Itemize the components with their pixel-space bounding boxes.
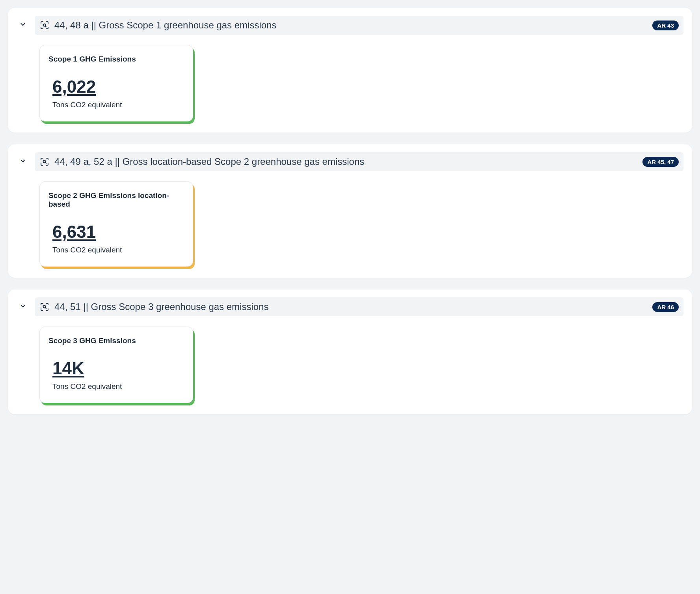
section-title: 44, 51 || Gross Scope 3 greenhouse gas e…	[54, 301, 648, 312]
chevron-down-icon	[19, 21, 26, 30]
emissions-section: 44, 49 a, 52 a || Gross location-based S…	[8, 144, 692, 278]
scan-search-icon	[39, 157, 50, 167]
card-row: Scope 2 GHG Emissions location-based 6,6…	[17, 171, 683, 267]
metric-value[interactable]: 6,631	[52, 222, 184, 242]
scan-search-icon	[39, 20, 50, 30]
metric-unit: Tons CO2 equivalent	[52, 382, 184, 391]
metric-card[interactable]: Scope 2 GHG Emissions location-based 6,6…	[39, 181, 193, 267]
reference-badge: AR 43	[652, 21, 679, 30]
section-title-bar: 44, 51 || Gross Scope 3 greenhouse gas e…	[35, 297, 683, 316]
section-title-bar: 44, 48 a || Gross Scope 1 greenhouse gas…	[35, 16, 683, 35]
metric-title: Scope 2 GHG Emissions location-based	[48, 191, 184, 209]
metric-card[interactable]: Scope 3 GHG Emissions 14K Tons CO2 equiv…	[39, 327, 193, 403]
emissions-section: 44, 51 || Gross Scope 3 greenhouse gas e…	[8, 290, 692, 414]
metric-title: Scope 1 GHG Emissions	[48, 55, 184, 64]
card-row: Scope 1 GHG Emissions 6,022 Tons CO2 equ…	[17, 35, 683, 121]
chevron-down-icon	[19, 303, 26, 311]
reference-badge: AR 45, 47	[642, 157, 679, 167]
metric-unit: Tons CO2 equivalent	[52, 246, 184, 254]
metric-value[interactable]: 6,022	[52, 77, 184, 97]
expand-toggle[interactable]	[17, 155, 29, 168]
section-title: 44, 48 a || Gross Scope 1 greenhouse gas…	[54, 20, 648, 31]
expand-toggle[interactable]	[17, 19, 29, 32]
card-row: Scope 3 GHG Emissions 14K Tons CO2 equiv…	[17, 316, 683, 403]
section-title: 44, 49 a, 52 a || Gross location-based S…	[54, 156, 638, 167]
metric-title: Scope 3 GHG Emissions	[48, 336, 184, 345]
scan-search-icon	[39, 302, 50, 312]
metric-value[interactable]: 14K	[52, 359, 184, 378]
section-header: 44, 51 || Gross Scope 3 greenhouse gas e…	[17, 297, 683, 316]
emissions-section: 44, 48 a || Gross Scope 1 greenhouse gas…	[8, 8, 692, 133]
section-header: 44, 49 a, 52 a || Gross location-based S…	[17, 152, 683, 171]
section-title-bar: 44, 49 a, 52 a || Gross location-based S…	[35, 152, 683, 171]
metric-unit: Tons CO2 equivalent	[52, 101, 184, 109]
metric-card[interactable]: Scope 1 GHG Emissions 6,022 Tons CO2 equ…	[39, 45, 193, 121]
chevron-down-icon	[19, 157, 26, 166]
reference-badge: AR 46	[652, 302, 679, 312]
section-header: 44, 48 a || Gross Scope 1 greenhouse gas…	[17, 16, 683, 35]
expand-toggle[interactable]	[17, 301, 29, 313]
